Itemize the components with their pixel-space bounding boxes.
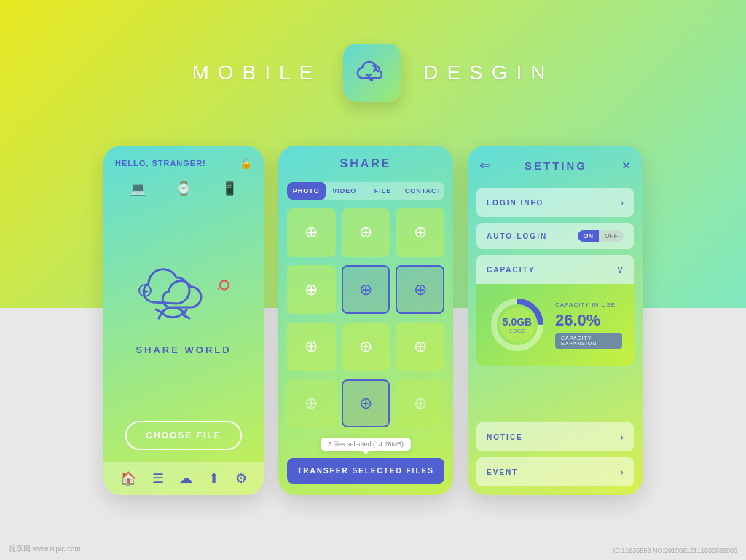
login-info-row[interactable]: LOGIN INFO › <box>476 188 634 217</box>
nav-home-icon[interactable]: 🏠 <box>120 470 136 486</box>
toggle-off-label: OFF <box>599 230 624 242</box>
capacity-gb: 5.0GB <box>503 316 532 328</box>
greeting-text: HELLO, STRANGER! <box>115 159 206 167</box>
watermark-site: 昵享网 www.nipic.com <box>9 544 81 554</box>
capacity-in-use-label: CAPACITY IN USE <box>555 301 622 308</box>
choose-file-button[interactable]: CHOOSE FILE <box>125 421 242 450</box>
photo-cell-7[interactable]: ⊕ <box>287 323 336 371</box>
capacity-expansion-button[interactable]: CAPACITY EXPANSION <box>555 333 622 349</box>
header: MOBILE DESGIN <box>0 44 746 102</box>
app-icon <box>343 44 401 102</box>
capacity-header[interactable]: CAPACITY ∨ <box>476 255 634 284</box>
capacity-chevron-icon: ∨ <box>616 264 624 275</box>
photo-cell-2[interactable]: ⊕ <box>342 208 390 257</box>
event-label: EVENT <box>487 468 518 476</box>
tab-photo[interactable]: PHOTO <box>287 182 326 200</box>
capacity-percent: 26.0% <box>555 311 622 330</box>
title-left: MOBILE <box>192 61 321 84</box>
donut-label: 5.0GB 1.3GB <box>503 316 532 334</box>
watermark-id: ID:11635558 NO:20190612111030836000 <box>613 547 737 554</box>
photo-cell-11[interactable]: ⊕ <box>342 379 390 428</box>
setting-title: SETTING <box>525 159 587 172</box>
login-info-label: LOGIN INFO <box>487 199 543 207</box>
card-setting: ⇐ SETTING ✕ LOGIN INFO › AUTO-LOGIN ON O… <box>468 146 643 495</box>
event-row[interactable]: EVENT › <box>476 457 634 486</box>
auto-login-toggle[interactable]: ON OFF <box>578 230 624 242</box>
tab-video[interactable]: VIDEO <box>326 182 364 200</box>
photo-cell-3[interactable]: ⊕ <box>396 208 444 257</box>
laptop-icon: 💻 <box>130 181 146 197</box>
selection-tooltip: 3 files selected (14.28MB) <box>321 438 411 451</box>
photo-cell-8[interactable]: ⊕ <box>342 323 390 371</box>
auto-login-row: AUTO-LOGIN ON OFF <box>476 223 634 249</box>
photo-cell-1[interactable]: ⊕ <box>287 208 336 257</box>
svg-line-2 <box>218 288 220 289</box>
svg-text:▶: ▶ <box>143 287 149 295</box>
tab-contact[interactable]: CONTACT <box>402 182 444 200</box>
tooltip-area: 3 files selected (14.28MB) <box>287 436 444 451</box>
transfer-button[interactable]: TRANSFER SELECTED FILES <box>287 458 444 484</box>
photo-cell-5[interactable]: ⊕ <box>342 265 390 314</box>
notice-label: NOTICE <box>487 433 523 441</box>
tab-bar: PHOTO VIDEO FILE CONTACT <box>287 182 444 200</box>
photo-cell-10[interactable]: ⊕ <box>287 379 336 428</box>
photo-grid: ⊕ ⊕ ⊕ ⊕ ⊕ ⊕ ⊕ ⊕ ⊕ ⊕ ⊕ ⊕ <box>278 208 453 430</box>
capacity-label: CAPACITY <box>487 266 535 274</box>
tab-file[interactable]: FILE <box>364 182 402 200</box>
photo-cell-12[interactable]: ⊕ <box>396 379 444 428</box>
setting-header: ⇐ SETTING ✕ <box>468 146 643 185</box>
capacity-sub: 1.3GB <box>503 328 532 334</box>
photo-cell-6[interactable]: ⊕ <box>396 265 444 314</box>
capacity-section: CAPACITY ∨ 5.0GB 1.3GB CAPACITY IN <box>476 255 634 366</box>
card-share: SHARE PHOTO VIDEO FILE CONTACT ⊕ ⊕ ⊕ ⊕ ⊕… <box>278 146 453 495</box>
share-world-label: SHARE WORLD <box>136 344 231 355</box>
photo-cell-9[interactable]: ⊕ <box>396 323 444 371</box>
photo-cell-4[interactable]: ⊕ <box>287 265 336 314</box>
capacity-body: 5.0GB 1.3GB CAPACITY IN USE 26.0% CAPACI… <box>476 284 634 366</box>
card-share-world: HELLO, STRANGER! 🔒 💻 ⌚ 📱 ▶ <box>103 146 264 495</box>
share-title: SHARE <box>278 146 453 182</box>
phone-icon: 📱 <box>221 181 237 197</box>
chevron-right-icon: › <box>620 197 624 208</box>
nav-cloud-icon[interactable]: ☁ <box>179 470 192 486</box>
event-chevron-icon: › <box>620 466 624 478</box>
auto-login-label: AUTO-LOGIN <box>487 232 547 240</box>
cloud-area: ▶ SHARE WORLD <box>136 202 231 412</box>
cards-container: HELLO, STRANGER! 🔒 💻 ⌚ 📱 ▶ <box>103 146 643 495</box>
devices-row: 💻 ⌚ 📱 <box>103 175 264 202</box>
capacity-info: CAPACITY IN USE 26.0% CAPACITY EXPANSION <box>555 301 622 349</box>
nav-settings-icon[interactable]: ⚙ <box>235 470 247 486</box>
capacity-donut: 5.0GB 1.3GB <box>488 296 546 354</box>
close-button[interactable]: ✕ <box>621 159 631 173</box>
lock-icon: 🔒 <box>240 157 252 169</box>
card1-navigation: 🏠 ☰ ☁ ⬆ ⚙ <box>103 462 264 495</box>
nav-menu-icon[interactable]: ☰ <box>152 470 164 486</box>
card1-header: HELLO, STRANGER! 🔒 <box>103 146 264 175</box>
notice-chevron-icon: › <box>620 431 624 443</box>
watch-icon: ⌚ <box>176 181 192 197</box>
toggle-on-label: ON <box>578 230 600 242</box>
nav-upload-icon[interactable]: ⬆ <box>208 470 219 486</box>
back-icon[interactable]: ⇐ <box>479 157 490 173</box>
notice-row[interactable]: NOTICE › <box>476 422 634 451</box>
title-right: DESGIN <box>423 61 554 84</box>
